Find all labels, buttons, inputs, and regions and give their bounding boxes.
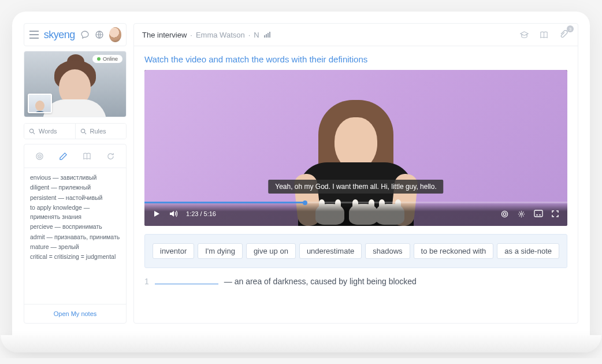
self-video-pip[interactable] xyxy=(28,94,52,113)
lesson-content: Watch the video and match the words with… xyxy=(134,46,578,323)
rules-placeholder: Rules xyxy=(90,128,106,135)
definition-text: — an area of darkness, caused by light b… xyxy=(224,277,417,286)
word-chip[interactable]: give up on xyxy=(246,243,296,259)
menu-icon[interactable] xyxy=(29,28,39,41)
laptop-frame: skyeng Online xyxy=(12,12,590,347)
word-chip[interactable]: shadows xyxy=(365,243,410,259)
progress-bar[interactable] xyxy=(144,202,567,203)
fullscreen-icon[interactable] xyxy=(551,210,559,218)
attachment-count: 3 xyxy=(567,25,574,32)
chat-icon[interactable] xyxy=(80,28,90,41)
words-placeholder: Words xyxy=(39,128,57,135)
sidebar: skyeng Online xyxy=(24,23,127,324)
main-panel: The interview · Emma Watson · N 3 xyxy=(133,23,578,324)
vocab-item: diligent — прилежный xyxy=(30,183,120,192)
globe-icon[interactable] xyxy=(94,28,105,41)
settings-icon[interactable] xyxy=(517,210,526,218)
attachment-icon[interactable]: 3 xyxy=(557,28,570,41)
search-icon xyxy=(80,128,87,135)
video-controls: 1:23 / 5:16 xyxy=(144,202,567,226)
lesson-header: The interview · Emma Watson · N 3 xyxy=(134,24,578,46)
play-icon[interactable] xyxy=(153,210,161,218)
graduation-icon[interactable] xyxy=(518,28,530,41)
vocab-list: envious — завистливыйdiligent — прилежны… xyxy=(24,168,126,304)
book-icon[interactable] xyxy=(81,150,94,162)
word-chip[interactable]: underestimate xyxy=(299,243,362,259)
open-book-icon[interactable] xyxy=(537,28,550,41)
video-time: 1:23 / 5:16 xyxy=(186,210,216,217)
word-chip[interactable]: I'm dying xyxy=(198,243,243,259)
target-icon[interactable] xyxy=(34,150,46,162)
svg-point-6 xyxy=(501,211,507,217)
lesson-subtitle: Emma Watson xyxy=(196,31,245,39)
user-avatar[interactable] xyxy=(109,27,121,42)
search-row: Words Rules xyxy=(24,123,127,139)
svg-point-7 xyxy=(503,213,506,216)
brand-part2: eng xyxy=(58,29,75,40)
loop-icon[interactable] xyxy=(500,210,509,218)
search-rules[interactable]: Rules xyxy=(75,124,127,139)
app-screen: skyeng Online xyxy=(24,23,578,324)
refresh-icon[interactable] xyxy=(105,150,117,162)
answer-blank[interactable] xyxy=(155,276,218,284)
brand-logo[interactable]: skyeng xyxy=(44,29,75,41)
vocab-item: critical = critisizing = judgmental xyxy=(30,252,120,261)
video-player: Yeah, oh my God. I want them all. Hi, li… xyxy=(144,70,567,226)
open-notes-link[interactable]: Open My notes xyxy=(24,304,126,323)
svg-point-1 xyxy=(29,129,33,132)
notes-toolbar xyxy=(24,144,126,168)
lesson-title: The interview xyxy=(142,31,187,39)
svg-rect-9 xyxy=(534,210,542,217)
video-call-panel: Online xyxy=(24,51,127,117)
vocab-item: envious — завистливый xyxy=(30,173,120,182)
svg-point-2 xyxy=(81,129,84,132)
volume-icon[interactable] xyxy=(169,210,178,218)
vocab-item: persistent — настойчивый xyxy=(30,193,120,202)
vocab-item: percieve — воспринимать xyxy=(30,222,120,231)
status-dot-icon xyxy=(97,57,101,61)
word-bank: inventorI'm dyinggive up onunderestimate… xyxy=(144,234,567,268)
word-chip[interactable]: to be reckoned with xyxy=(414,243,494,259)
status-label: Online xyxy=(103,56,118,62)
notes-panel: envious — завистливыйdiligent — прилежны… xyxy=(24,144,127,324)
captions-icon[interactable] xyxy=(534,210,543,218)
question-number: 1 xyxy=(144,277,149,286)
vocab-item: to apply knowledge — применять знания xyxy=(30,203,120,222)
vocab-item: mature — зрелый xyxy=(30,242,120,251)
vocab-item: admit — признавать, принимать xyxy=(30,232,120,242)
word-chip[interactable]: inventor xyxy=(153,243,194,259)
signal-icon xyxy=(264,32,270,38)
header-actions: 3 xyxy=(518,28,570,41)
svg-point-8 xyxy=(521,213,523,215)
question-row: 1 — an area of darkness, caused by light… xyxy=(144,276,567,286)
online-status: Online xyxy=(92,55,122,63)
instruction-text: Watch the video and match the words with… xyxy=(144,54,567,64)
search-words[interactable]: Words xyxy=(24,124,75,139)
search-icon xyxy=(29,128,35,135)
pencil-icon[interactable] xyxy=(57,150,70,162)
top-bar: skyeng xyxy=(24,23,127,46)
word-chip[interactable]: as a side-note xyxy=(497,243,559,259)
svg-point-5 xyxy=(39,155,40,157)
lesson-level: N xyxy=(254,31,259,39)
video-caption: Yeah, oh my God. I want them all. Hi, li… xyxy=(268,180,443,194)
brand-part1: sky xyxy=(44,29,59,40)
